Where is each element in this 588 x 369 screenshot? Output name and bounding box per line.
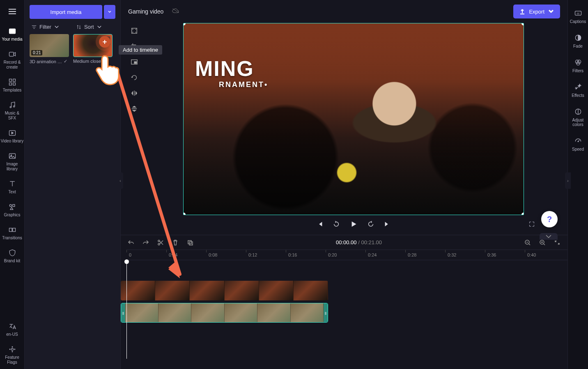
skip-start-button[interactable] (316, 220, 324, 229)
export-button[interactable]: Export (513, 5, 560, 18)
preview-region: MING RNAMENT• 16:9 ? (121, 23, 567, 235)
svg-rect-2 (9, 79, 11, 82)
sidebar-item-record-create[interactable]: Record & create (0, 46, 25, 74)
svg-point-36 (578, 141, 579, 142)
cloud-sync-icon[interactable] (172, 7, 180, 16)
svg-rect-1 (9, 52, 14, 56)
pip-tool[interactable] (129, 57, 140, 67)
add-to-timeline-button[interactable]: + (99, 36, 110, 48)
playhead[interactable] (126, 260, 127, 359)
project-title[interactable]: Gaming video (128, 8, 163, 15)
ruler-tick: 0:16 (288, 252, 297, 257)
sidebar-item-feature-flags[interactable]: Feature Flags (0, 341, 25, 369)
resize-handle[interactable] (183, 23, 186, 25)
collapse-preview-tab[interactable] (540, 233, 558, 240)
svg-rect-25 (188, 241, 191, 244)
annotation-pointer-icon (95, 53, 121, 87)
timeline-clip[interactable] (121, 281, 328, 300)
sidebar-label: Brand kit (4, 259, 20, 264)
ruler-tick: 0:04 (169, 252, 177, 257)
sidebar-item-brand-kit[interactable]: Brand kit (0, 245, 25, 268)
filter-label: Filter (39, 24, 51, 30)
right-item-adjust-colors[interactable]: Adjust colors (568, 104, 588, 132)
filter-button[interactable]: Filter (31, 24, 60, 30)
right-item-fade[interactable]: Fade (568, 30, 588, 53)
skip-end-button[interactable] (384, 220, 391, 229)
timeline-clip-selected[interactable]: || || (121, 303, 328, 323)
sidebar-item-locale[interactable]: en-US (0, 318, 25, 341)
sidebar-item-video-library[interactable]: Video library (0, 125, 25, 148)
right-item-captions[interactable]: cc Captions (568, 6, 588, 29)
svg-point-18 (12, 346, 13, 347)
fit-tool[interactable] (129, 25, 140, 36)
flip-v-tool[interactable] (129, 103, 140, 114)
sidebar-label: Video library (1, 139, 23, 144)
media-thumb-image: 0:21 (30, 34, 69, 57)
right-item-effects[interactable]: Effects (568, 80, 588, 103)
sidebar-item-text[interactable]: Text (0, 176, 25, 199)
svg-point-16 (9, 349, 10, 350)
right-item-speed[interactable]: Speed (568, 133, 588, 156)
clip-trim-handle-left[interactable]: || (121, 303, 125, 322)
ruler-tick: 0 (129, 252, 131, 257)
sidebar-item-graphics[interactable]: Graphics (0, 199, 25, 222)
sidebar-item-transitions[interactable]: Transitions (0, 222, 25, 245)
svg-rect-3 (13, 79, 15, 82)
play-button[interactable] (349, 220, 358, 230)
video-preview[interactable]: MING RNAMENT• 16:9 (183, 23, 524, 215)
collapse-media-panel[interactable]: ‹ (117, 172, 123, 189)
delete-clip-button[interactable] (171, 238, 180, 247)
seek-back-button[interactable] (333, 220, 340, 229)
media-thumb[interactable]: 0:21 3D animation … ✓ (30, 34, 69, 64)
media-thumb-label: 3D animation … (30, 59, 62, 64)
upload-icon (519, 8, 526, 15)
sidebar-item-templates[interactable]: Templates (0, 74, 25, 97)
right-item-label: Adjust colors (569, 118, 588, 127)
collapse-right-panel[interactable]: › (565, 172, 571, 189)
right-item-label: Speed (572, 147, 584, 151)
sidebar-item-music-sfx[interactable]: Music & SFX (0, 97, 25, 125)
menu-button[interactable] (3, 3, 21, 20)
svg-rect-14 (12, 228, 15, 231)
sort-button[interactable]: Sort (76, 24, 102, 30)
sidebar-label: Graphics (4, 213, 20, 218)
svg-rect-4 (9, 83, 11, 85)
redo-button[interactable] (141, 238, 150, 247)
svg-point-24 (158, 243, 160, 245)
svg-point-6 (10, 106, 11, 108)
seek-forward-button[interactable] (367, 220, 374, 229)
duplicate-button[interactable] (186, 238, 195, 247)
fullscreen-button[interactable] (528, 220, 535, 229)
sidebar-label: Feature Flags (1, 355, 24, 365)
sidebar-item-your-media[interactable]: Your media (0, 23, 25, 46)
ruler-tick: 0:36 (487, 252, 496, 257)
rotate-tool[interactable] (129, 72, 140, 83)
svg-point-23 (158, 240, 160, 242)
chevron-down-icon (548, 8, 554, 15)
import-media-dropdown[interactable] (104, 5, 115, 19)
svg-point-17 (14, 349, 15, 350)
svg-rect-26 (189, 242, 193, 245)
preview-tools (128, 23, 140, 235)
sidebar-item-image-library[interactable]: Image library (0, 148, 25, 176)
import-media-button[interactable]: Import media (30, 5, 102, 19)
right-item-label: Fade (573, 44, 583, 48)
help-button[interactable]: ? (541, 211, 558, 227)
sidebar-label: Text (8, 190, 16, 195)
clip-trim-handle-right[interactable]: || (324, 303, 328, 322)
svg-rect-5 (13, 83, 15, 85)
timeline-tracks[interactable]: || || (121, 260, 567, 342)
flip-h-tool[interactable] (129, 88, 140, 99)
sort-label: Sort (84, 24, 94, 30)
right-item-label: Captions (570, 19, 586, 24)
zoom-out-button[interactable] (523, 238, 532, 247)
right-item-filters[interactable]: Filters (568, 55, 588, 78)
split-button[interactable] (156, 238, 165, 247)
timeline-ruler[interactable]: 00:040:080:120:160:200:240:280:320:360:4… (126, 250, 567, 260)
svg-rect-22 (134, 62, 136, 64)
undo-button[interactable] (126, 238, 136, 247)
time-display: 00:00.00 / 00:21.00 (200, 239, 517, 245)
check-icon: ✓ (64, 59, 67, 64)
resize-handle[interactable] (521, 23, 524, 25)
current-time: 00:00.00 (336, 239, 357, 245)
